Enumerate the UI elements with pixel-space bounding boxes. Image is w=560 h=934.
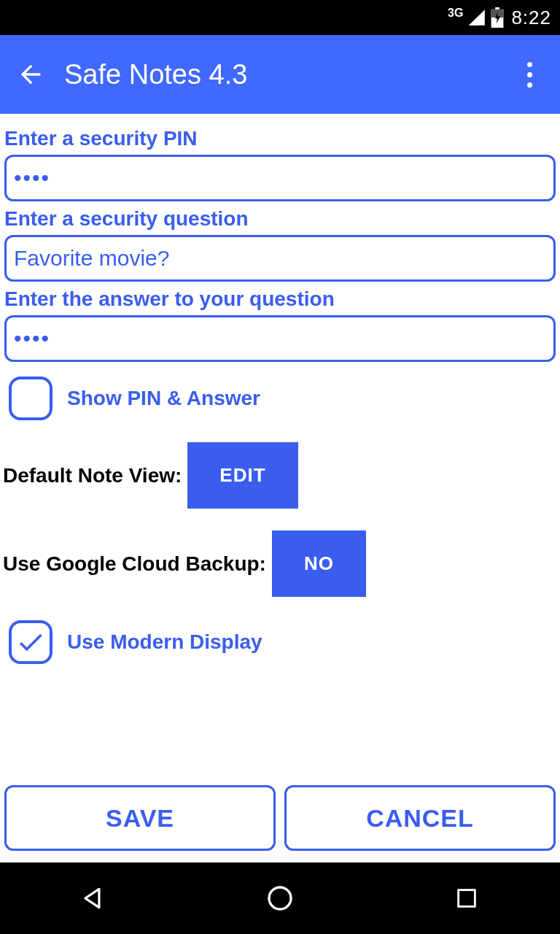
pin-label: Enter a security PIN bbox=[3, 127, 557, 150]
show-pin-label: Show PIN & Answer bbox=[67, 387, 260, 410]
modern-display-checkbox[interactable] bbox=[9, 620, 52, 664]
cloud-backup-label: Use Google Cloud Backup: bbox=[3, 552, 266, 576]
signal-icon bbox=[467, 8, 486, 27]
question-label: Enter a security question bbox=[3, 207, 557, 231]
app-bar: Safe Notes 4.3 bbox=[0, 35, 560, 114]
app-title: Safe Notes 4.3 bbox=[64, 59, 512, 90]
battery-icon bbox=[491, 7, 504, 28]
circle-home-icon bbox=[265, 884, 295, 913]
cloud-backup-button[interactable]: NO bbox=[272, 530, 366, 597]
square-recent-icon bbox=[454, 886, 479, 911]
network-type: 3G bbox=[448, 7, 463, 20]
pin-input[interactable]: •••• bbox=[4, 155, 556, 201]
question-input[interactable] bbox=[4, 235, 556, 282]
nav-back-button[interactable] bbox=[50, 876, 137, 920]
svg-rect-2 bbox=[496, 7, 500, 9]
back-button[interactable] bbox=[13, 57, 48, 92]
show-pin-checkbox[interactable] bbox=[9, 377, 52, 420]
cancel-button[interactable]: CANCEL bbox=[284, 785, 556, 851]
check-icon bbox=[15, 627, 46, 657]
default-view-label: Default Note View: bbox=[3, 464, 182, 487]
default-view-button[interactable]: EDIT bbox=[187, 442, 298, 509]
status-time: 8:22 bbox=[511, 7, 551, 29]
more-button[interactable] bbox=[512, 57, 547, 92]
svg-rect-4 bbox=[459, 890, 475, 907]
content-area: Enter a security PIN •••• Enter a securi… bbox=[0, 114, 560, 862]
arrow-left-icon bbox=[16, 60, 45, 89]
nav-recent-button[interactable] bbox=[423, 876, 510, 920]
navigation-bar bbox=[0, 862, 560, 934]
svg-point-3 bbox=[269, 887, 291, 909]
modern-display-label: Use Modern Display bbox=[67, 630, 262, 654]
save-button[interactable]: SAVE bbox=[4, 785, 276, 851]
answer-input[interactable]: •••• bbox=[4, 315, 556, 362]
status-bar: 3G 8:22 bbox=[0, 0, 560, 35]
nav-home-button[interactable] bbox=[236, 876, 324, 920]
more-vert-icon bbox=[527, 62, 532, 88]
answer-label: Enter the answer to your question bbox=[3, 287, 557, 311]
triangle-back-icon bbox=[79, 884, 107, 912]
